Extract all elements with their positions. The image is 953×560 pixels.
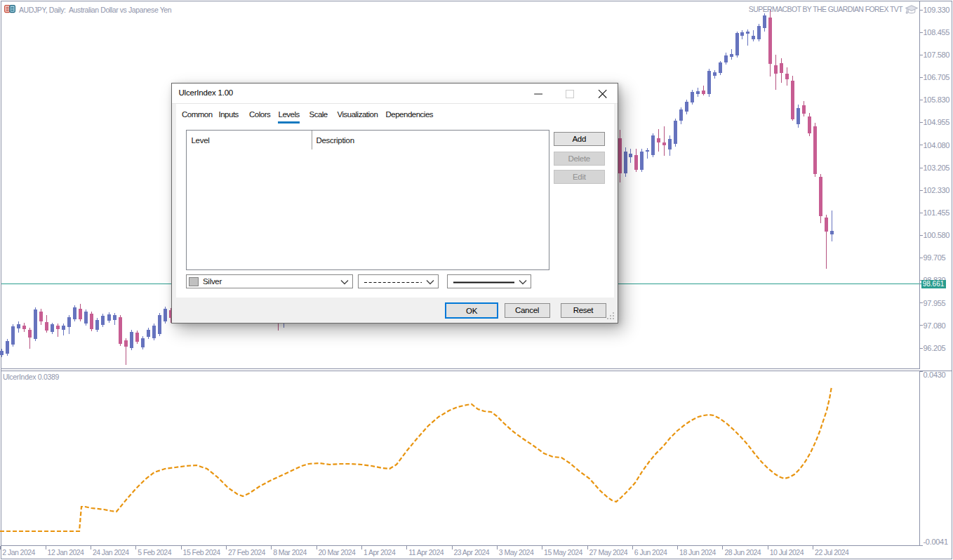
svg-text:6 Jun 2024: 6 Jun 2024 bbox=[634, 548, 667, 556]
svg-text:109.330: 109.330 bbox=[924, 6, 950, 14]
svg-text:99.705: 99.705 bbox=[924, 253, 946, 262]
svg-text:20 Mar 2024: 20 Mar 2024 bbox=[319, 548, 356, 556]
svg-text:106.705: 106.705 bbox=[924, 73, 950, 81]
svg-text:104.955: 104.955 bbox=[924, 118, 950, 126]
svg-text:23 Apr 2024: 23 Apr 2024 bbox=[454, 548, 490, 556]
svg-text:3 May 2024: 3 May 2024 bbox=[499, 548, 534, 556]
svg-text:28 Jun 2024: 28 Jun 2024 bbox=[724, 548, 761, 556]
svg-text:105.830: 105.830 bbox=[924, 95, 950, 104]
svg-text:102.330: 102.330 bbox=[924, 186, 950, 194]
svg-text:101.455: 101.455 bbox=[924, 208, 950, 217]
svg-text:-0.0041: -0.0041 bbox=[924, 538, 948, 546]
svg-text:97.080: 97.080 bbox=[924, 321, 946, 330]
svg-text:100.580: 100.580 bbox=[924, 231, 950, 239]
svg-text:22 Jul 2024: 22 Jul 2024 bbox=[815, 548, 849, 556]
svg-text:96.205: 96.205 bbox=[924, 344, 946, 352]
svg-text:1 Apr 2024: 1 Apr 2024 bbox=[364, 548, 396, 556]
svg-text:18 Jun 2024: 18 Jun 2024 bbox=[679, 548, 716, 556]
svg-text:97.955: 97.955 bbox=[924, 299, 946, 307]
svg-text:98.661: 98.661 bbox=[923, 280, 945, 288]
svg-text:107.580: 107.580 bbox=[924, 51, 950, 59]
svg-text:12 Jan 2024: 12 Jan 2024 bbox=[48, 548, 84, 556]
svg-text:0.0430: 0.0430 bbox=[924, 371, 946, 379]
svg-text:104.080: 104.080 bbox=[924, 141, 950, 149]
svg-text:5 Feb 2024: 5 Feb 2024 bbox=[138, 548, 171, 556]
svg-text:10 Jul 2024: 10 Jul 2024 bbox=[770, 548, 804, 556]
svg-text:103.205: 103.205 bbox=[924, 164, 950, 172]
svg-text:15 Feb 2024: 15 Feb 2024 bbox=[183, 548, 221, 556]
svg-text:SUPERMACBOT BY THE GUARDIAN FO: SUPERMACBOT BY THE GUARDIAN FOREX TVT bbox=[749, 5, 903, 13]
svg-text:UlcerIndex 0.0389: UlcerIndex 0.0389 bbox=[3, 373, 60, 381]
svg-text:11 Apr 2024: 11 Apr 2024 bbox=[408, 548, 444, 556]
svg-text:15 May 2024: 15 May 2024 bbox=[544, 548, 582, 556]
svg-text:8 Mar 2024: 8 Mar 2024 bbox=[273, 548, 307, 556]
svg-text:24 Jan 2024: 24 Jan 2024 bbox=[93, 548, 129, 556]
svg-text:108.455: 108.455 bbox=[924, 28, 950, 36]
svg-text:2 Jan 2024: 2 Jan 2024 bbox=[2, 548, 35, 556]
svg-text:AUDJPY, Daily: Australian Dol: AUDJPY, Daily: Australian Dollar vs Japa… bbox=[19, 6, 172, 14]
svg-text:27 Feb 2024: 27 Feb 2024 bbox=[228, 548, 266, 556]
svg-text:27 May 2024: 27 May 2024 bbox=[589, 548, 628, 556]
